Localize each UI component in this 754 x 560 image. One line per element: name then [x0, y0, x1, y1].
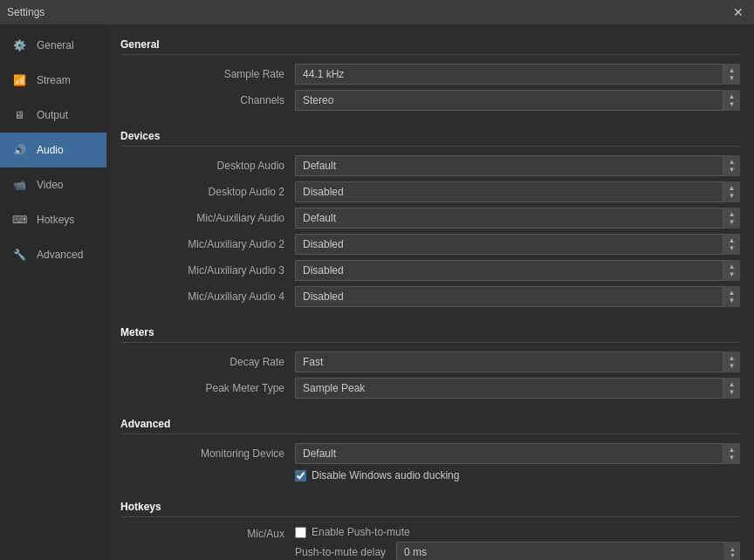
mic-aux-select[interactable]: Default: [295, 208, 740, 229]
general-section-header: General: [120, 35, 740, 55]
sidebar-label-audio: Audio: [37, 144, 64, 156]
decay-rate-control: Fast ▲▼: [295, 352, 740, 372]
push-to-mute-delay-row: Push-to-mute delay ▲▼: [295, 542, 740, 560]
mic-aux4-label: Mic/Auxiliary Audio 4: [120, 290, 295, 303]
monitoring-device-row: Monitoring Device Default ▲▼: [120, 443, 740, 464]
close-button[interactable]: ✕: [730, 3, 747, 21]
settings-window: Settings ✕ ⚙️General📶Stream🖥Output🔊Audio…: [0, 0, 754, 560]
titlebar: Settings ✕: [0, 0, 754, 24]
advanced-section-header: Advanced: [120, 414, 740, 434]
sample-rate-label: Sample Rate: [120, 68, 295, 80]
mic-aux2-control: Disabled ▲▼: [295, 234, 740, 255]
sample-rate-select-wrapper[interactable]: 44.1 kHz ▲▼: [295, 64, 740, 85]
sidebar-label-video: Video: [37, 179, 63, 191]
mic-aux4-select[interactable]: Disabled: [295, 286, 740, 307]
mic-aux2-row: Mic/Auxiliary Audio 2 Disabled ▲▼: [120, 234, 740, 255]
mic-aux3-select[interactable]: Disabled: [295, 260, 740, 281]
peak-meter-row: Peak Meter Type Sample Peak ▲▼: [120, 378, 740, 399]
mic-aux3-row: Mic/Auxiliary Audio 3 Disabled ▲▼: [120, 260, 740, 281]
window-title: Settings: [7, 6, 45, 18]
content-area: ⚙️General📶Stream🖥Output🔊Audio📹Video⌨Hotk…: [0, 24, 754, 560]
decay-rate-row: Decay Rate Fast ▲▼: [120, 352, 740, 372]
desktop-audio-control: Default ▲▼: [295, 155, 740, 176]
channels-row: Channels Stereo ▲▼: [120, 90, 740, 111]
devices-section-header: Devices: [120, 126, 740, 147]
channels-label: Channels: [120, 94, 295, 106]
sample-rate-control: 44.1 kHz ▲▼: [295, 64, 740, 85]
channels-control: Stereo ▲▼: [295, 90, 740, 111]
general-icon: ⚙️: [10, 37, 28, 54]
push-to-mute-delay-label: Push-to-mute delay: [295, 546, 386, 558]
peak-meter-control: Sample Peak ▲▼: [295, 378, 740, 399]
audio-ducking-row: Disable Windows audio ducking: [295, 469, 740, 481]
hotkeys-section-body: Mic/Aux Enable Push-to-mute Push-to-mute…: [120, 522, 740, 560]
meters-section-body: Decay Rate Fast ▲▼ Peak Meter Type: [120, 348, 740, 407]
monitoring-device-label: Monitoring Device: [120, 447, 295, 460]
output-icon: 🖥: [10, 106, 28, 124]
mic-aux2-select[interactable]: Disabled: [295, 234, 740, 255]
push-to-mute-delay-input[interactable]: [396, 542, 740, 560]
monitoring-device-control: Default ▲▼: [295, 443, 740, 464]
desktop-audio2-label: Desktop Audio 2: [120, 186, 295, 198]
hotkeys-section: Hotkeys Mic/Aux Enable Push-to-mute Push…: [120, 497, 740, 560]
advanced-section-body: Monitoring Device Default ▲▼ Disable Win…: [120, 440, 740, 490]
mic-aux-hotkey-group-label: Mic/Aux: [120, 526, 295, 540]
monitoring-device-select[interactable]: Default: [295, 443, 740, 464]
push-to-mute-label: Enable Push-to-mute: [312, 526, 410, 538]
sidebar-item-output[interactable]: 🖥Output: [0, 98, 106, 133]
decay-rate-select[interactable]: Fast: [295, 352, 740, 372]
sidebar-item-general[interactable]: ⚙️General: [0, 28, 106, 63]
audio-icon: 🔊: [10, 141, 28, 159]
sidebar-label-stream: Stream: [37, 74, 71, 86]
desktop-audio2-select[interactable]: Disabled: [295, 181, 740, 202]
sidebar: ⚙️General📶Stream🖥Output🔊Audio📹Video⌨Hotk…: [0, 24, 106, 560]
mic-aux3-control: Disabled ▲▼: [295, 260, 740, 281]
video-icon: 📹: [10, 176, 28, 194]
advanced-section: Advanced Monitoring Device Default ▲▼: [120, 414, 740, 490]
audio-ducking-label: Disable Windows audio ducking: [312, 469, 459, 481]
hotkeys-section-header: Hotkeys: [120, 497, 740, 517]
general-section: General Sample Rate 44.1 kHz ▲▼: [120, 35, 740, 120]
channels-select-wrapper[interactable]: Stereo ▲▼: [295, 90, 740, 111]
push-to-mute-delay-arrows: ▲▼: [724, 542, 740, 560]
mic-aux2-label: Mic/Auxiliary Audio 2: [120, 238, 295, 250]
sidebar-item-stream[interactable]: 📶Stream: [0, 63, 106, 98]
mic-aux-control: Default ▲▼: [295, 208, 740, 229]
audio-ducking-checkbox[interactable]: [295, 470, 306, 481]
sidebar-item-advanced[interactable]: 🔧Advanced: [0, 237, 106, 272]
desktop-audio-select[interactable]: Default: [295, 155, 740, 176]
push-to-mute-checkbox-row: Enable Push-to-mute: [295, 526, 740, 538]
mic-aux4-control: Disabled ▲▼: [295, 286, 740, 307]
mic-aux-label: Mic/Auxiliary Audio: [120, 212, 295, 224]
peak-meter-select[interactable]: Sample Peak: [295, 378, 740, 399]
devices-section-body: Desktop Audio Default ▲▼ Desktop Audio 2: [120, 152, 740, 316]
main-content: General Sample Rate 44.1 kHz ▲▼: [106, 24, 754, 560]
mic-aux-hotkey-group: Mic/Aux Enable Push-to-mute Push-to-mute…: [120, 526, 740, 560]
desktop-audio2-control: Disabled ▲▼: [295, 181, 740, 202]
desktop-audio2-row: Desktop Audio 2 Disabled ▲▼: [120, 181, 740, 202]
mic-aux-push-to-mute-checkbox[interactable]: [295, 527, 306, 538]
sidebar-item-video[interactable]: 📹Video: [0, 167, 106, 202]
advanced-icon: 🔧: [10, 246, 28, 263]
mic-aux-hotkey-content: Enable Push-to-mute Push-to-mute delay ▲…: [295, 526, 740, 560]
channels-select[interactable]: Stereo: [295, 90, 740, 111]
sample-rate-select[interactable]: 44.1 kHz: [295, 64, 740, 85]
stream-icon: 📶: [10, 72, 28, 89]
devices-section: Devices Desktop Audio Default ▲▼ Desktop…: [120, 126, 740, 316]
sample-rate-row: Sample Rate 44.1 kHz ▲▼: [120, 64, 740, 85]
mic-aux3-label: Mic/Auxiliary Audio 3: [120, 264, 295, 277]
desktop-audio-label: Desktop Audio: [120, 160, 295, 172]
sidebar-label-output: Output: [37, 109, 68, 121]
sidebar-item-hotkeys[interactable]: ⌨Hotkeys: [0, 202, 106, 237]
mic-aux4-row: Mic/Auxiliary Audio 4 Disabled ▲▼: [120, 286, 740, 307]
desktop-audio-row: Desktop Audio Default ▲▼: [120, 155, 740, 176]
decay-rate-label: Decay Rate: [120, 356, 295, 368]
peak-meter-label: Peak Meter Type: [120, 382, 295, 394]
general-section-body: Sample Rate 44.1 kHz ▲▼ Channels: [120, 60, 740, 120]
meters-section-header: Meters: [120, 323, 740, 343]
sidebar-label-advanced: Advanced: [37, 249, 83, 261]
hotkeys-icon: ⌨: [10, 211, 28, 229]
sidebar-item-audio[interactable]: 🔊Audio: [0, 133, 106, 167]
mic-aux-row: Mic/Auxiliary Audio Default ▲▼: [120, 208, 740, 229]
sidebar-label-hotkeys: Hotkeys: [37, 214, 74, 226]
